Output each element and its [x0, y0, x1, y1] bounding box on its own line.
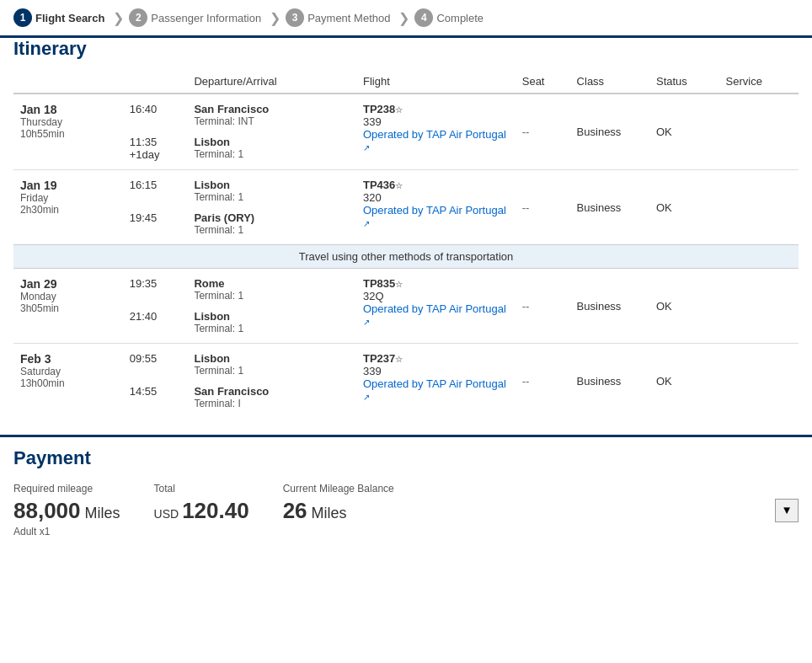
terminal: Terminal: INT: [194, 115, 350, 127]
operator-link[interactable]: Operated by TAP Air Portugal ↗: [363, 302, 506, 328]
date-cell: Jan 18Thursday10h55min: [13, 94, 123, 170]
duration: 10h55min: [20, 128, 116, 140]
section-divider: [0, 435, 812, 437]
arrival-city: LisbonTerminal: 1: [187, 306, 356, 344]
step-2[interactable]: 2 Passenger Information: [129, 8, 261, 27]
terminal: Terminal: 1: [194, 290, 350, 302]
terminal: Terminal: I: [194, 398, 350, 409]
payment-col-total: Total USD120.40: [154, 483, 249, 524]
date-cell: Jan 19Friday2h30min: [13, 170, 123, 245]
transport-divider-cell: Travel using other methods of transporta…: [13, 245, 799, 269]
total-label: Total: [154, 483, 249, 495]
payment-dropdown-button[interactable]: ▼: [775, 499, 799, 522]
day-of-week: Monday: [20, 291, 116, 302]
departure-city: San FranciscoTerminal: INT: [187, 94, 356, 131]
arrival-time: 21:40: [123, 306, 188, 344]
time-value: 19:35: [130, 277, 158, 290]
star-icon: ☆: [395, 105, 403, 115]
col-flight: Flight: [356, 70, 516, 94]
arrival-city: San FranciscoTerminal: I: [187, 381, 356, 418]
arrow-1: ❯: [113, 10, 124, 26]
external-link-icon: ↗: [363, 219, 370, 228]
total-amount: USD120.40: [154, 498, 249, 524]
itinerary-table: Departure/Arrival Flight Seat Class Stat…: [13, 70, 799, 418]
col-time: [123, 70, 188, 94]
step-1-number: 1: [13, 8, 32, 27]
flight-cell: TP835☆32QOperated by TAP Air Portugal ↗: [356, 269, 516, 344]
payment-title: Payment: [13, 447, 799, 469]
flight-cell: TP436☆320Operated by TAP Air Portugal ↗: [356, 170, 516, 245]
seat-cell: --: [516, 269, 570, 344]
service-cell: [719, 344, 799, 419]
balance-number: 26: [283, 498, 307, 523]
departure-time: 16:40: [123, 94, 188, 131]
transport-divider-row: Travel using other methods of transporta…: [13, 245, 799, 269]
departure-time: 16:15: [123, 170, 188, 208]
col-class: Class: [570, 70, 649, 94]
date-value: Jan 18: [20, 103, 116, 116]
step-1[interactable]: 1 Flight Search: [13, 8, 104, 27]
step-3-label: Payment Method: [307, 12, 390, 24]
date-cell: Jan 29Monday3h05min: [13, 269, 123, 344]
day-of-week: Thursday: [20, 116, 116, 128]
time-value: 16:40: [130, 103, 158, 115]
departure-city: LisbonTerminal: 1: [187, 170, 356, 208]
operator-link[interactable]: Operated by TAP Air Portugal ↗: [363, 128, 506, 153]
city-name: Lisbon: [194, 310, 350, 323]
flight-cell: TP238☆339Operated by TAP Air Portugal ↗: [356, 94, 516, 170]
duration: 3h05min: [20, 302, 116, 314]
class-cell: Business: [570, 170, 649, 245]
balance-label: Current Mileage Balance: [283, 483, 394, 495]
table-row: Feb 3Saturday13h00min09:55LisbonTerminal…: [13, 344, 799, 382]
step-2-label: Passenger Information: [151, 12, 261, 24]
date-value: Jan 29: [20, 277, 116, 291]
seat-cell: --: [516, 344, 570, 419]
payment-col-balance: Current Mileage Balance 26 Miles: [283, 483, 394, 524]
time-value: 19:45: [130, 211, 158, 224]
time-value: 14:55: [130, 385, 158, 398]
day-of-week: Saturday: [20, 366, 116, 377]
terminal: Terminal: 1: [194, 224, 350, 236]
day-of-week: Friday: [20, 192, 116, 204]
operator-link[interactable]: Operated by TAP Air Portugal ↗: [363, 377, 506, 403]
table-header: Departure/Arrival Flight Seat Class Stat…: [13, 70, 799, 94]
col-date: [13, 70, 123, 94]
step-3[interactable]: 3 Payment Method: [286, 8, 390, 27]
step-3-number: 3: [286, 8, 304, 27]
balance-unit: Miles: [312, 505, 347, 521]
status-cell: OK: [649, 94, 719, 170]
flight-number: TP436☆: [363, 179, 509, 191]
payment-grid: Required mileage 88,000 Miles Adult x1 T…: [13, 483, 799, 537]
step-2-number: 2: [129, 8, 147, 27]
operator-link[interactable]: Operated by TAP Air Portugal ↗: [363, 204, 506, 229]
flight-number: TP238☆: [363, 103, 509, 115]
col-status: Status: [649, 70, 719, 94]
arrival-time: 19:45: [123, 207, 188, 245]
step-4[interactable]: 4 Complete: [414, 8, 483, 27]
star-icon: ☆: [395, 355, 403, 364]
flight-number: TP237☆: [363, 352, 509, 365]
city-name: Lisbon: [194, 352, 350, 365]
duration: 13h00min: [20, 377, 116, 389]
mileage-label: Required mileage: [13, 483, 120, 495]
aircraft-type: 339: [363, 115, 509, 128]
col-dep-arr: Departure/Arrival: [187, 70, 356, 94]
city-name: Lisbon: [194, 136, 350, 148]
itinerary-section: Itinerary Departure/Arrival Flight Seat …: [0, 38, 812, 418]
time-value: 16:15: [130, 179, 158, 191]
status-cell: OK: [649, 170, 719, 245]
payment-col-mileage: Required mileage 88,000 Miles Adult x1: [13, 483, 120, 537]
time-value: 11:35 +1day: [130, 136, 160, 161]
step-4-label: Complete: [436, 12, 483, 24]
external-link-icon: ↗: [363, 143, 370, 152]
flight-number: TP835☆: [363, 277, 509, 290]
class-cell: Business: [570, 269, 649, 344]
table-row: Jan 29Monday3h05min19:35RomeTerminal: 1T…: [13, 269, 799, 307]
aircraft-type: 320: [363, 191, 509, 204]
city-name: Rome: [194, 277, 350, 290]
seat-cell: --: [516, 94, 570, 170]
city-name: San Francisco: [194, 385, 350, 398]
departure-time: 19:35: [123, 269, 188, 307]
external-link-icon: ↗: [363, 393, 370, 402]
time-value: 21:40: [130, 310, 158, 323]
